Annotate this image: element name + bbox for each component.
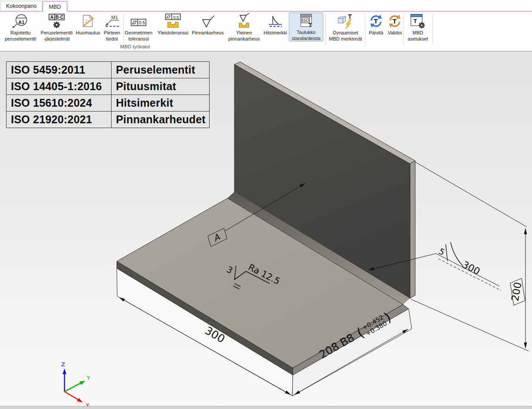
feature-info-icon: M1: [103, 13, 121, 29]
button-label: Hitsimerkki: [264, 30, 287, 36]
tab-accent-line: [0, 11, 532, 12]
t-glyph: T: [413, 18, 417, 24]
group-separator: [432, 14, 433, 44]
weld-symbol-icon: [267, 13, 284, 29]
l-bracket-model[interactable]: [117, 62, 415, 396]
mbd-ribbon: ti: [0, 12, 532, 51]
tab-kokoonpano[interactable]: Kokoonpano: [0, 1, 42, 11]
general-surface-finish-icon: [235, 13, 253, 29]
orientation-triad[interactable]: Z Y X: [61, 361, 90, 406]
button-label: Yleinen pinnankarheus: [228, 30, 260, 42]
note-icon: [80, 13, 96, 29]
surface-finish-icon: [200, 13, 216, 29]
button-label: Peruselementti -järjestelmät: [41, 30, 72, 42]
t-glyph: T: [393, 17, 396, 25]
ribbon-group-label: MBD työkalut: [105, 44, 166, 49]
dynamic-annotations-icon: T: [336, 13, 355, 29]
group-separator: [365, 14, 366, 44]
model-scene: 300 208 B8 ( +0.452 +0.380 ): [0, 52, 532, 406]
button-piirteen-tiedot[interactable]: M1 Piirteen tiedot: [102, 13, 122, 44]
button-label: Geometrinen toleranssi: [125, 30, 152, 42]
button-yleistoleranssi[interactable]: 0.5 Yleistoleranssi: [155, 13, 191, 44]
dimension-height-200[interactable]: 200: [411, 162, 529, 351]
button-label: Taulukko standardeista: [291, 30, 320, 41]
standards-table-icon: ISO T: [298, 13, 314, 29]
button-mbd-asetukset[interactable]: T MBD asetukset: [405, 13, 430, 44]
button-taulukko-standardeista[interactable]: ISO T Taulukko standardeista: [289, 13, 323, 41]
refresh-icon: T: [368, 13, 384, 29]
triad-y-label: Y: [86, 375, 90, 381]
triad-z-label: Z: [61, 361, 65, 368]
button-validoi[interactable]: T Validoi: [385, 13, 404, 44]
wall-right-edge-face[interactable]: [410, 161, 415, 298]
commandmanager-tabbar: Kokoonpano MBD: [0, 0, 532, 12]
button-label: Yleistoleranssi: [158, 30, 189, 36]
tab-mbd[interactable]: MBD: [42, 1, 68, 12]
button-rajoitettu-peruselementti[interactable]: A1 Rajoitettu peruselementti: [2, 13, 39, 44]
graphics-viewport[interactable]: ISO 5459:2011 Peruselementit ISO 14405-1…: [0, 52, 532, 406]
button-label: Validoi: [388, 30, 402, 36]
ribbon-bottom-divider: [0, 51, 532, 52]
button-label: Huomautus: [76, 30, 100, 36]
datum-systems-icon: A B-C: [48, 13, 65, 29]
geometric-tolerance-icon: 0.5: [129, 13, 148, 29]
button-label: Dynaamiset MBD merkinnät: [329, 30, 362, 42]
general-tolerance-icon: 0.5: [164, 13, 182, 29]
tolerance-value-glyph: 0.5: [173, 15, 179, 20]
button-label: Piirteen tiedot: [104, 30, 120, 42]
button-label: Päivitä: [369, 30, 383, 36]
group-separator: [403, 14, 404, 44]
button-paivita[interactable]: T Päivitä: [366, 13, 386, 44]
tolerance-value-glyph: 0.5: [139, 20, 145, 25]
a1-glyph: A1: [18, 20, 24, 25]
button-label: Pinnankarheus: [192, 30, 224, 36]
t-glyph: T: [348, 13, 352, 20]
validate-icon: T: [387, 13, 403, 29]
a-glyph: A: [50, 14, 54, 20]
weld-length[interactable]: 300: [461, 259, 482, 277]
application-window: Kokoonpano MBD ti: [0, 0, 532, 409]
button-label: MBD asetukset: [407, 30, 428, 42]
button-geometrinen-toleranssi[interactable]: 0.5 Geometrinen toleranssi: [121, 13, 156, 44]
dim-200-text[interactable]: 200: [509, 281, 524, 302]
group-separator: [325, 14, 326, 44]
button-pinnankarheus[interactable]: Pinnankarheus: [187, 13, 229, 44]
button-label: Rajoitettu peruselementti: [5, 30, 36, 42]
button-yleinen-pinnankarheus[interactable]: Yleinen pinnankarheus: [223, 13, 265, 44]
t-glyph: T: [308, 22, 312, 28]
button-huomautus[interactable]: Huomautus: [75, 13, 102, 44]
button-dynaamiset-mbd-merkinnat[interactable]: T Dynaamiset MBD merkinnät: [326, 13, 365, 44]
button-hitsimerkki[interactable]: Hitsimerkki: [263, 13, 288, 44]
weld-size[interactable]: 5: [437, 246, 447, 257]
bottom-strip: [0, 406, 532, 409]
t-glyph: T: [374, 17, 378, 25]
iso-glyph: ISO: [302, 18, 309, 23]
button-peruselementti-jarjestelmat[interactable]: A B-C Peruselementti -järjestelmät: [38, 13, 75, 44]
bc-glyph: B-C: [55, 14, 64, 20]
m1-glyph: M1: [111, 15, 118, 20]
limited-datum-icon: A1: [11, 13, 30, 29]
mbd-settings-icon: T: [409, 13, 427, 29]
